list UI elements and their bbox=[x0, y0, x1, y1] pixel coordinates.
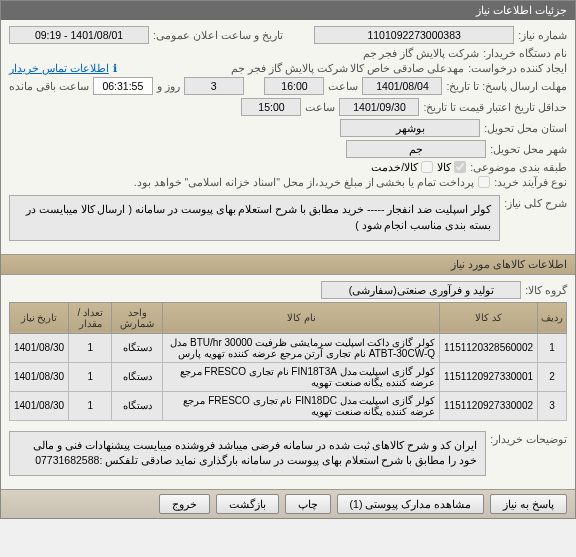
goods-table: ردیفکد کالانام کالاواحد شمارشتعداد / مقد… bbox=[9, 302, 567, 421]
deadline-date: 1401/08/04 bbox=[362, 77, 442, 95]
table-row[interactable]: 31151120927330002کولر گازی اسپلیت مدل FI… bbox=[10, 391, 567, 420]
buyer-value: شرکت پالایش گاز فجر جم bbox=[363, 47, 480, 59]
purchase-type-note: پرداخت تمام یا بخشی از مبلغ خرید،از محل … bbox=[134, 176, 474, 188]
table-header: کد کالا bbox=[440, 302, 538, 333]
table-row[interactable]: 21151120927330001کولر گازی اسپلیت مدل FI… bbox=[10, 362, 567, 391]
table-row[interactable]: 11151120328560002کولر گازی داکت اسپلیت س… bbox=[10, 333, 567, 362]
chk-service[interactable]: کالا/خدمت bbox=[371, 161, 433, 173]
city-value: جم bbox=[346, 140, 486, 158]
requester-label: ایجاد کننده درخواست: bbox=[468, 62, 567, 74]
time-label-2: ساعت bbox=[305, 101, 335, 113]
buyer-notes: ایران کد و شرح کالاهای ثبت شده در سامانه… bbox=[9, 431, 486, 477]
panel-title: جزئیات اطلاعات نیاز bbox=[1, 1, 575, 20]
days-label: روز و bbox=[157, 80, 180, 92]
need-number-label: شماره نیاز: bbox=[518, 29, 567, 41]
info-icon: ℹ bbox=[113, 62, 117, 74]
deadline-label: مهلت ارسال پاسخ: تا تاریخ: bbox=[446, 80, 567, 92]
days-value: 3 bbox=[184, 77, 244, 95]
need-number: 1101092273000383 bbox=[314, 26, 514, 44]
group-label: گروه کالا: bbox=[525, 284, 567, 296]
print-button[interactable]: چاپ bbox=[285, 494, 331, 514]
exit-button[interactable]: خروج bbox=[159, 494, 210, 514]
desc-label: شرح کلی نیاز: bbox=[504, 191, 567, 209]
deadline-time: 16:00 bbox=[264, 77, 324, 95]
remaining-time: 06:31:55 bbox=[93, 77, 153, 95]
buyer-notes-label: توضیحات خریدار: bbox=[490, 427, 567, 445]
province-label: استان محل تحویل: bbox=[484, 122, 567, 134]
purchase-type-label: نوع فرآیند خرید: bbox=[494, 176, 567, 188]
remaining-label: ساعت باقی مانده bbox=[9, 80, 89, 92]
back-button[interactable]: بازگشت bbox=[216, 494, 279, 514]
contact-link[interactable]: اطلاعات تماس خریدار bbox=[9, 62, 109, 74]
province-value: بوشهر bbox=[340, 119, 480, 137]
table-header: تاریخ نیاز bbox=[10, 302, 69, 333]
table-header: نام کالا bbox=[163, 302, 440, 333]
time-label-1: ساعت bbox=[328, 80, 358, 92]
table-header: ردیف bbox=[538, 302, 567, 333]
desc-text: کولر اسپلیت ضد انفجار ----- خرید مطابق ب… bbox=[9, 195, 500, 241]
classification-label: طبقه بندی موضوعی: bbox=[470, 161, 567, 173]
city-label: شهر محل تحویل: bbox=[490, 143, 567, 155]
chk-purchase-type[interactable] bbox=[478, 176, 490, 188]
requester-value: مهدعلی صادقی خاص کالا شرکت پالایش گاز فج… bbox=[231, 62, 464, 74]
validity-time: 15:00 bbox=[241, 98, 301, 116]
goods-section-header: اطلاعات کالاهای مورد نیاز bbox=[1, 254, 575, 275]
buyer-label: نام دستگاه خریدار: bbox=[483, 47, 567, 59]
validity-label: حداقل تاریخ اعتبار قیمت تا تاریخ: bbox=[423, 101, 567, 113]
announce-label: تاریخ و ساعت اعلان عمومی: bbox=[153, 29, 283, 41]
announce-value: 1401/08/01 - 09:19 bbox=[9, 26, 149, 44]
reply-button[interactable]: پاسخ به نیاز bbox=[490, 494, 567, 514]
group-value: تولید و فرآوری صنعتی(سفارشی) bbox=[321, 281, 521, 299]
validity-date: 1401/09/30 bbox=[339, 98, 419, 116]
table-header: تعداد / مقدار bbox=[69, 302, 112, 333]
chk-goods[interactable]: کالا bbox=[437, 161, 466, 173]
attachments-button[interactable]: مشاهده مدارک پیوستی (1) bbox=[337, 494, 485, 514]
table-header: واحد شمارش bbox=[112, 302, 163, 333]
